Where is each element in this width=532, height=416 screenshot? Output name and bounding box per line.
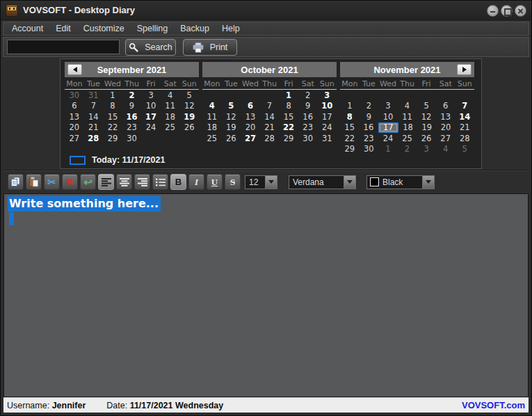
calendar-day[interactable]: 5 <box>222 101 241 111</box>
calendar-day[interactable]: 27 <box>65 134 84 144</box>
calendar-day[interactable]: 3 <box>417 144 436 154</box>
calendar-day[interactable]: 16 <box>359 122 378 133</box>
calendar-day[interactable]: 31 <box>84 90 104 101</box>
calendar-day[interactable]: 27 <box>241 134 260 144</box>
calendar-day[interactable]: 18 <box>202 122 222 133</box>
copy-button[interactable] <box>8 174 24 190</box>
bullet-list-button[interactable] <box>152 174 168 190</box>
print-button[interactable]: Print <box>183 39 237 56</box>
calendar-day[interactable]: 1 <box>103 90 122 101</box>
calendar-day[interactable]: 30 <box>360 144 379 154</box>
calendar-day[interactable]: 23 <box>360 134 379 144</box>
calendar-day[interactable]: 25 <box>202 134 222 144</box>
calendar-day[interactable]: 7 <box>260 101 280 111</box>
font-color-select[interactable]: Black <box>366 175 435 189</box>
close-button[interactable] <box>515 5 526 17</box>
underline-button[interactable]: U <box>207 174 223 190</box>
calendar-day[interactable]: 14 <box>84 112 104 122</box>
calendar-day[interactable]: 15 <box>279 112 298 122</box>
calendar-day[interactable]: 21 <box>456 122 474 133</box>
calendar-day[interactable]: 19 <box>417 122 436 133</box>
font-family-select[interactable]: Verdana <box>289 175 356 189</box>
align-center-button[interactable] <box>116 174 132 190</box>
calendar-day[interactable]: 23 <box>122 122 142 133</box>
calendar-day[interactable]: 26 <box>179 122 199 133</box>
menu-item-spelling[interactable]: Spelling <box>131 22 174 35</box>
calendar-day[interactable]: 30 <box>298 134 318 144</box>
calendar-day[interactable]: 8 <box>279 101 298 111</box>
calendar-day[interactable]: 13 <box>436 112 456 122</box>
vovsoft-link[interactable]: VOVSOFT.com <box>462 400 525 410</box>
search-input[interactable] <box>7 40 120 54</box>
calendar-day[interactable]: 4 <box>161 90 180 101</box>
calendar-day[interactable]: 31 <box>317 134 337 144</box>
calendar-day[interactable]: 29 <box>279 134 298 144</box>
calendar-day[interactable]: 1 <box>378 144 398 154</box>
calendar-day[interactable]: 28 <box>84 134 104 144</box>
calendar-day[interactable]: 24 <box>317 122 337 133</box>
calendar-day[interactable]: 12 <box>179 101 199 111</box>
calendar-day[interactable]: 10 <box>317 101 337 111</box>
calendar-day[interactable]: 22 <box>279 122 298 133</box>
calendar-day[interactable]: 17 <box>141 112 161 122</box>
calendar-day[interactable]: 2 <box>298 90 318 101</box>
diary-text-editor[interactable]: Write something here... <box>3 193 529 397</box>
calendar-day[interactable]: 10 <box>141 101 161 111</box>
chevron-down-icon[interactable] <box>422 176 434 189</box>
cut-button[interactable]: ✂ <box>44 174 60 190</box>
chevron-down-icon[interactable] <box>265 176 277 189</box>
next-month-button[interactable] <box>457 64 471 75</box>
calendar-day[interactable]: 30 <box>65 90 84 101</box>
calendar-day[interactable]: 19 <box>222 122 241 133</box>
calendar-day[interactable]: 4 <box>398 101 417 111</box>
calendar-day[interactable]: 25 <box>398 134 417 144</box>
menu-item-customize[interactable]: Customize <box>77 22 131 35</box>
calendar-day[interactable]: 11 <box>202 112 222 122</box>
align-left-button[interactable] <box>98 174 114 190</box>
calendar-day[interactable]: 8 <box>103 101 122 111</box>
calendar-day[interactable]: 7 <box>84 101 104 111</box>
calendar-day[interactable]: 5 <box>417 101 436 111</box>
calendar-day[interactable]: 1 <box>340 101 360 111</box>
calendar-day[interactable]: 24 <box>378 134 398 144</box>
calendar-day[interactable]: 19 <box>179 112 199 122</box>
calendar-day[interactable]: 25 <box>161 122 180 133</box>
calendar-day[interactable]: 1 <box>279 90 298 101</box>
calendar-day[interactable]: 15 <box>103 112 122 122</box>
calendar-day[interactable]: 26 <box>222 134 241 144</box>
calendar-day[interactable]: 24 <box>141 122 161 133</box>
calendar-day[interactable]: 6 <box>436 101 456 111</box>
calendar-day[interactable]: 6 <box>65 101 84 111</box>
calendar-day[interactable]: 23 <box>298 122 318 133</box>
calendar-day[interactable]: 2 <box>122 90 142 101</box>
maximize-button[interactable] <box>501 5 513 17</box>
calendar-day[interactable]: 18 <box>398 122 417 133</box>
calendar-day[interactable]: 3 <box>317 90 337 101</box>
calendar-day[interactable]: 11 <box>161 101 180 111</box>
calendar-day[interactable]: 9 <box>298 101 318 111</box>
calendar-day[interactable]: 29 <box>103 134 122 144</box>
calendar-day[interactable]: 22 <box>103 122 122 133</box>
calendar-day[interactable]: 9 <box>122 101 142 111</box>
calendar-day[interactable]: 4 <box>202 101 222 111</box>
align-right-button[interactable] <box>134 174 150 190</box>
calendar-day[interactable]: 11 <box>398 112 417 122</box>
calendar-day[interactable]: 21 <box>260 122 280 133</box>
calendar-day-selected[interactable]: 17 <box>378 122 398 133</box>
calendar-day[interactable]: 13 <box>65 112 84 122</box>
calendar-day[interactable]: 5 <box>455 144 474 154</box>
calendar-day[interactable]: 15 <box>340 122 359 133</box>
calendar-day[interactable]: 16 <box>298 112 318 122</box>
calendar-day[interactable]: 9 <box>360 112 379 122</box>
paste-button[interactable] <box>26 174 42 190</box>
prev-month-button[interactable] <box>67 64 82 75</box>
today-indicator[interactable]: Today: 11/17/2021 <box>70 155 165 165</box>
calendar-day[interactable]: 20 <box>241 122 260 133</box>
calendar-day[interactable]: 30 <box>122 134 142 144</box>
strikethrough-button[interactable]: S <box>225 174 241 190</box>
menu-item-help[interactable]: Help <box>216 22 246 35</box>
calendar-day[interactable]: 21 <box>84 122 104 133</box>
calendar-day[interactable]: 8 <box>340 112 360 122</box>
minimize-button[interactable] <box>487 5 499 17</box>
calendar-day[interactable]: 5 <box>179 90 199 101</box>
